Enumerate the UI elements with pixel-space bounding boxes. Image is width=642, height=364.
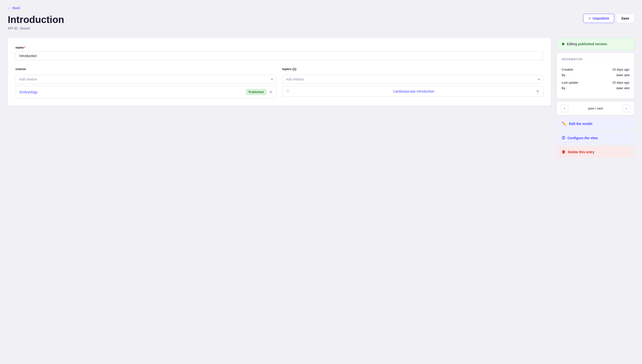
status-dot — [562, 43, 564, 45]
created-label: Created — [562, 68, 573, 71]
last-update-label: Last update — [562, 81, 578, 84]
configure-view-label: Configure the view — [567, 136, 598, 140]
updated-group: Last update 15 days ago By daler abd — [562, 81, 629, 90]
topics-add-relation-text: Add relation — [286, 77, 304, 81]
info-card: INFORMATION Created 15 days ago By daler… — [557, 53, 634, 98]
relations-row: course Add relation ▾ Embryology Publish… — [16, 67, 543, 98]
edit-model-button[interactable]: ✏️ Edit the model — [557, 118, 634, 129]
page-title: Introduction — [8, 14, 64, 26]
nav-label: prev / next — [588, 106, 603, 110]
header-actions: ✓ Unpublish Save — [583, 14, 634, 23]
created-group: Created 15 days ago By daler abd — [562, 68, 629, 77]
delete-entry-label: Delete this entry — [568, 150, 594, 154]
name-field-group: name* — [16, 46, 543, 60]
topics-remove-button[interactable]: ✕ — [536, 89, 539, 94]
course-relation-item: Embryology Published ✕ — [16, 86, 276, 98]
delete-entry-button[interactable]: 🗑 Delete this entry — [557, 146, 634, 158]
required-star: * — [24, 46, 26, 49]
topics-relation-item: ⠿ Cardiovascular Introduction ✕ — [282, 86, 543, 97]
drag-handle-icon: ⠿ — [286, 89, 289, 94]
topics-relation-name[interactable]: Cardiovascular Introduction — [393, 90, 434, 93]
status-text: Editing published version — [567, 42, 607, 46]
updated-by-row: By daler abd — [562, 86, 629, 90]
next-button[interactable]: › — [623, 104, 630, 112]
sidebar: Editing published version INFORMATION Cr… — [557, 38, 634, 158]
trash-icon: 🗑 — [562, 150, 565, 154]
topics-add-relation[interactable]: Add relation ▾ — [282, 75, 543, 84]
updated-by-value: daler abd — [616, 86, 629, 90]
status-highlight: published version — [578, 42, 607, 46]
page-header: Introduction API ID : lesson ✓ Unpublish… — [8, 14, 634, 30]
course-add-relation-text: Add relation — [19, 77, 37, 81]
check-icon: ✓ — [588, 16, 591, 20]
status-card: Editing published version — [557, 38, 634, 50]
last-update-value: 15 days ago — [612, 81, 629, 84]
arrow-left-icon: ← — [8, 6, 11, 10]
name-label: name* — [16, 46, 543, 49]
updated-by-label: By — [562, 86, 565, 90]
course-relation-actions: Published ✕ — [246, 89, 272, 95]
page-title-section: Introduction API ID : lesson — [8, 14, 64, 30]
prev-button[interactable]: ‹ — [561, 104, 568, 112]
last-update-row: Last update 15 days ago — [562, 81, 629, 84]
created-by-row: By daler abd — [562, 73, 629, 77]
topics-label: topics (1) — [282, 67, 543, 71]
back-label: Back — [13, 6, 20, 10]
unpublish-button[interactable]: ✓ Unpublish — [583, 14, 614, 23]
chevron-down-icon: ▾ — [538, 77, 540, 81]
configure-view-button[interactable]: ☰ Configure the view — [557, 132, 634, 144]
created-row: Created 15 days ago — [562, 68, 629, 71]
main-content: name* course Add relation ▾ Embryology P… — [8, 38, 634, 158]
sliders-icon: ☰ — [562, 136, 565, 140]
name-input[interactable] — [16, 51, 543, 60]
nav-card: ‹ prev / next › — [557, 102, 634, 115]
course-add-relation[interactable]: Add relation ▾ — [16, 75, 276, 84]
save-button[interactable]: Save — [616, 14, 634, 23]
api-id: API ID : lesson — [8, 26, 64, 30]
created-by-value: daler abd — [616, 73, 629, 77]
course-remove-button[interactable]: ✕ — [269, 90, 272, 94]
course-relation-name[interactable]: Embryology — [20, 90, 38, 94]
back-link[interactable]: ← Back — [8, 6, 20, 10]
course-field: course Add relation ▾ Embryology Publish… — [16, 67, 276, 98]
topics-field: topics (1) Add relation ▾ ⠿ Cardiovascul… — [282, 67, 543, 98]
pencil-icon: ✏️ — [562, 121, 566, 126]
created-value: 15 days ago — [612, 68, 629, 71]
edit-model-label: Edit the model — [569, 122, 592, 126]
published-badge: Published — [246, 89, 266, 95]
chevron-down-icon: ▾ — [271, 77, 273, 81]
course-label: course — [16, 67, 276, 71]
created-by-label: By — [562, 73, 565, 77]
save-label: Save — [621, 16, 629, 20]
info-card-title: INFORMATION — [562, 58, 629, 64]
form-panel: name* course Add relation ▾ Embryology P… — [8, 38, 551, 106]
unpublish-label: Unpublish — [593, 16, 609, 20]
